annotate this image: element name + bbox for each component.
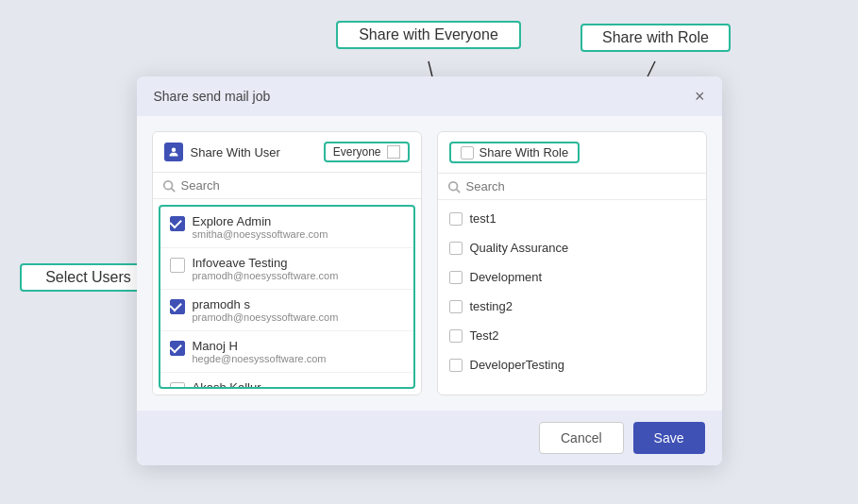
role-item-checkbox[interactable]: [449, 242, 463, 255]
role-item[interactable]: Development: [438, 262, 706, 292]
role-list: test1Quality AssuranceDevelopmenttesting…: [438, 200, 706, 383]
user-item[interactable]: Explore Adminsmitha@noesyssoftware.com: [160, 207, 413, 248]
user-item[interactable]: Infoveave Testingpramodh@noesyssoftware.…: [160, 248, 413, 290]
role-search-box: [438, 174, 706, 200]
role-item[interactable]: test1: [438, 204, 706, 233]
user-item[interactable]: Manoj Hhegde@noesyssoftware.com: [160, 331, 413, 373]
user-email: pramodh@noesyssoftware.com: [193, 311, 339, 323]
role-item-checkbox[interactable]: [449, 329, 463, 343]
roles-panel-label: Share With Role: [479, 145, 569, 160]
role-search-icon: [447, 180, 461, 193]
roles-panel-header: Share With Role: [438, 132, 706, 174]
user-name: Explore Admin: [193, 214, 328, 228]
everyone-toggle[interactable]: Everyone: [324, 142, 410, 162]
user-checkbox[interactable]: [170, 382, 185, 389]
everyone-checkbox[interactable]: [387, 145, 400, 159]
role-name: test1: [470, 211, 496, 226]
user-search-box: [153, 173, 421, 199]
annotation-everyone: Share with Everyone: [336, 21, 521, 49]
cancel-button[interactable]: Cancel: [539, 422, 624, 454]
modal-dialog: Share send mail job × Share With User Ev…: [137, 76, 722, 465]
share-role-box[interactable]: Share With Role: [449, 142, 580, 163]
users-panel-label: Share With User: [191, 145, 316, 160]
modal-body: Share With User Everyone Explore Adminsm…: [137, 116, 722, 411]
user-item[interactable]: pramodh spramodh@noesyssoftware.com: [160, 290, 413, 331]
user-name: Manoj H: [193, 339, 327, 353]
roles-panel: Share With Role test1Quality AssuranceDe…: [437, 131, 707, 395]
user-name: Akash Kallur: [193, 380, 261, 389]
role-item-checkbox[interactable]: [449, 212, 463, 226]
role-name: Test2: [470, 328, 499, 343]
role-name: DeveloperTesting: [470, 358, 564, 372]
users-panel: Share With User Everyone Explore Adminsm…: [152, 131, 422, 395]
modal-close-button[interactable]: ×: [695, 88, 705, 105]
user-checkbox[interactable]: [170, 216, 185, 231]
user-checkbox[interactable]: [170, 258, 185, 273]
user-name: Infoveave Testing: [193, 256, 339, 270]
user-checkbox[interactable]: [170, 341, 185, 356]
user-info: pramodh spramodh@noesyssoftware.com: [193, 297, 339, 323]
role-name: Development: [470, 270, 543, 284]
role-item[interactable]: testing2: [438, 292, 706, 321]
svg-line-7: [171, 188, 175, 192]
role-item-checkbox[interactable]: [449, 271, 463, 284]
role-item-checkbox[interactable]: [449, 359, 463, 372]
role-item[interactable]: DeveloperTesting: [438, 350, 706, 379]
user-checkbox[interactable]: [170, 299, 185, 314]
user-item[interactable]: Akash Kallur: [160, 373, 413, 389]
role-item[interactable]: Quality Assurance: [438, 233, 706, 262]
svg-point-8: [448, 181, 457, 190]
modal-footer: Cancel Save: [137, 411, 722, 465]
svg-line-9: [456, 189, 460, 193]
user-info: Infoveave Testingpramodh@noesyssoftware.…: [193, 256, 339, 281]
annotation-role: Share with Role: [580, 24, 731, 52]
share-user-icon: [164, 143, 183, 161]
role-item[interactable]: Test2: [438, 321, 706, 350]
everyone-label: Everyone: [333, 145, 381, 159]
role-search-input[interactable]: [466, 179, 697, 193]
save-button[interactable]: Save: [633, 422, 705, 454]
user-email: hegde@noesyssoftware.com: [193, 353, 327, 364]
user-name: pramodh s: [193, 297, 339, 311]
modal-header: Share send mail job ×: [137, 76, 722, 116]
modal-title: Share send mail job: [154, 89, 271, 104]
user-search-input[interactable]: [181, 178, 412, 193]
role-name: Quality Assurance: [470, 241, 569, 255]
svg-point-6: [163, 180, 172, 189]
modal-overlay: Share with Everyone Share with Role Sele…: [0, 0, 858, 504]
user-list: Explore Adminsmitha@noesyssoftware.comIn…: [159, 205, 415, 389]
user-info: Explore Adminsmitha@noesyssoftware.com: [193, 214, 328, 240]
role-name: testing2: [470, 299, 513, 313]
user-email: smitha@noesyssoftware.com: [193, 228, 328, 240]
user-icon-svg: [168, 146, 179, 158]
role-header-checkbox[interactable]: [461, 146, 474, 160]
user-email: pramodh@noesyssoftware.com: [193, 270, 339, 281]
user-info: Manoj Hhegde@noesyssoftware.com: [193, 339, 327, 364]
users-panel-header: Share With User Everyone: [153, 132, 421, 173]
role-item-checkbox[interactable]: [449, 300, 463, 313]
user-info: Akash Kallur: [193, 380, 261, 389]
user-search-icon: [162, 179, 176, 193]
